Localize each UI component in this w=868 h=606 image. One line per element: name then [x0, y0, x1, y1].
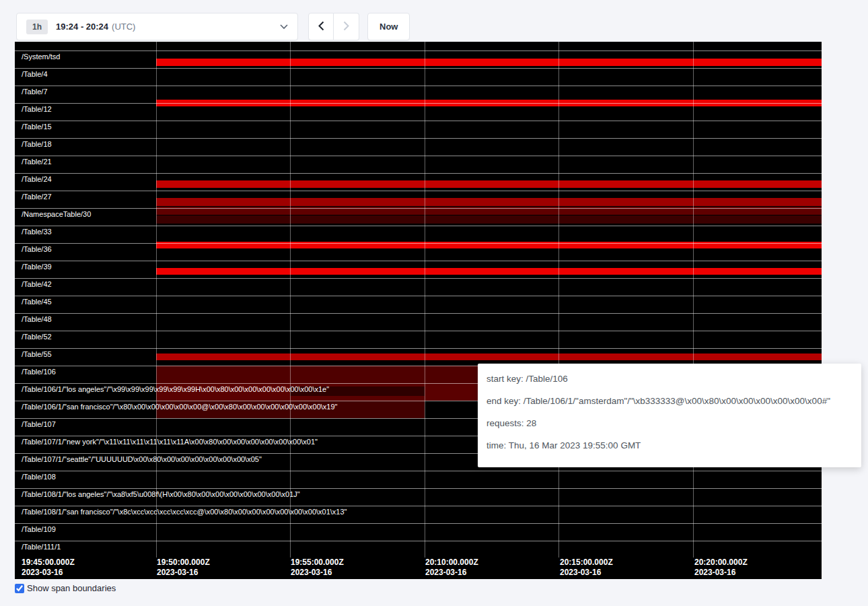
span-boundaries-control: Show span boundaries [15, 583, 116, 593]
row-key-label: /Table/109 [22, 525, 56, 533]
now-button[interactable]: Now [367, 13, 410, 40]
row-key-label: /Table/42 [22, 280, 52, 288]
chevron-down-icon [280, 24, 288, 30]
prev-time-button[interactable] [308, 13, 334, 40]
show-span-boundaries-checkbox[interactable] [15, 584, 24, 593]
row-key-label: /Table/106 [22, 368, 56, 376]
row-key-label: /Table/108/1/"los angeles"/"\xa8\xf5\u00… [22, 490, 300, 498]
time-axis-date: 2023-03-16 [425, 568, 478, 578]
chevron-left-icon [318, 21, 324, 33]
heatmap-band[interactable] [156, 354, 822, 360]
chevron-right-icon [343, 21, 350, 33]
span-boundary-line [15, 191, 822, 191]
time-axis-time: 19:50:00.000Z [157, 558, 210, 568]
row-key-label: /Table/15 [22, 123, 52, 131]
span-boundary-line [15, 243, 822, 244]
time-axis-time: 19:55:00.000Z [291, 558, 344, 568]
span-boundary-line [15, 541, 822, 541]
row-key-label: /Table/45 [22, 298, 52, 306]
time-gridline [156, 42, 157, 558]
span-boundary-line [15, 278, 822, 279]
span-boundary-line [15, 208, 822, 209]
row-key-label: /Table/108 [22, 473, 56, 481]
heatmap-band[interactable] [156, 59, 822, 66]
time-axis-label: 19:50:00.000Z2023-03-16 [157, 558, 210, 578]
time-axis-date: 2023-03-16 [560, 568, 613, 578]
timezone-label: (UTC) [112, 22, 135, 32]
row-key-label: /Table/52 [22, 333, 52, 341]
span-tooltip: start key: /Table/106 end key: /Table/10… [478, 364, 861, 467]
row-key-label: /Table/7 [22, 88, 48, 96]
span-boundary-line [15, 313, 822, 314]
toolbar: 1h 19:24 - 20:24 (UTC) Now [16, 13, 410, 40]
time-axis-time: 20:10:00.000Z [425, 558, 478, 568]
span-boundary-line [15, 103, 822, 104]
row-key-label: /Table/21 [22, 158, 52, 166]
heatmap-band[interactable] [156, 215, 822, 224]
time-axis-label: 20:10:00.000Z2023-03-16 [425, 558, 478, 578]
row-key-label: /Table/55 [22, 350, 52, 358]
time-gridline [558, 42, 559, 558]
time-axis-date: 2023-03-16 [291, 568, 344, 578]
span-boundary-line [15, 261, 822, 261]
heatmap-band[interactable] [156, 180, 822, 188]
next-time-button[interactable] [334, 13, 359, 40]
duration-badge: 1h [26, 20, 48, 34]
span-boundary-line [15, 50, 822, 51]
time-gridline [693, 42, 694, 558]
time-axis-label: 19:45:00.000Z2023-03-16 [22, 558, 75, 578]
row-key-label: /Table/106/1/"los angeles"/"\x99\x99\x99… [22, 385, 329, 393]
row-key-label: /Table/107/1/"new york"/"\x11\x11\x11\x1… [22, 438, 318, 446]
row-key-label: /Table/108/1/"san francisco"/"\x8c\xcc\x… [22, 508, 347, 516]
row-key-label: /Table/4 [22, 70, 48, 78]
time-range-picker[interactable]: 1h 19:24 - 20:24 (UTC) [16, 13, 298, 40]
span-boundary-line [15, 348, 822, 349]
tooltip-requests: requests: 28 [486, 418, 851, 428]
row-key-label: /Table/12 [22, 105, 52, 113]
span-boundary-line [15, 121, 822, 121]
row-key-label: /Table/24 [22, 175, 52, 183]
time-axis-time: 20:15:00.000Z [560, 558, 613, 568]
row-key-label: /Table/33 [22, 228, 52, 236]
heatmap-band[interactable] [156, 198, 822, 206]
keyvis-canvas[interactable]: /System/tsd/Table/4/Table/7/Table/12/Tab… [15, 42, 822, 579]
row-key-label: /Table/107/1/"seattle"/"UUUUUUD\x00\x80\… [22, 455, 262, 463]
row-key-label: /NamespaceTable/30 [22, 210, 91, 218]
time-gridline [425, 42, 425, 558]
span-boundary-line [15, 138, 822, 139]
span-boundary-line [15, 471, 822, 471]
tooltip-start-key: start key: /Table/106 [486, 374, 851, 384]
tooltip-time: time: Thu, 16 Mar 2023 19:55:00 GMT [486, 440, 851, 450]
row-key-label: /Table/48 [22, 315, 52, 323]
span-boundary-line [15, 523, 822, 524]
time-axis-time: 19:45:00.000Z [22, 558, 75, 568]
span-boundary-line [15, 86, 822, 86]
show-span-boundaries-label: Show span boundaries [27, 583, 116, 593]
tooltip-end-key: end key: /Table/106/1/"amsterdam"/"\xb33… [486, 396, 851, 406]
span-boundary-line [15, 506, 822, 506]
span-boundary-line [15, 156, 822, 156]
span-boundary-line [15, 296, 822, 296]
span-boundary-line [15, 226, 822, 226]
span-boundary-line [15, 331, 822, 331]
row-key-label: /Table/39 [22, 263, 52, 271]
span-boundary-line [15, 68, 822, 69]
time-axis-time: 20:20:00.000Z [694, 558, 748, 568]
heatmap-band[interactable] [156, 268, 822, 275]
time-nav-group [308, 13, 359, 40]
time-axis-date: 2023-03-16 [694, 568, 748, 578]
time-axis-label: 20:15:00.000Z2023-03-16 [560, 558, 613, 578]
span-boundary-line [15, 173, 822, 174]
span-boundary-line [15, 488, 822, 489]
row-key-label: /System/tsd [22, 53, 60, 61]
time-gridline [290, 42, 291, 558]
row-key-label: /Table/107 [22, 420, 56, 428]
row-key-label: /Table/106/1/"san francisco"/"\x80\x00\x… [22, 403, 338, 411]
time-axis-label: 19:55:00.000Z2023-03-16 [291, 558, 344, 578]
time-axis-date: 2023-03-16 [157, 568, 210, 578]
row-key-label: /Table/18 [22, 140, 52, 148]
time-axis-date: 2023-03-16 [22, 568, 75, 578]
row-key-label: /Table/111/1 [22, 543, 61, 551]
time-range-label: 19:24 - 20:24 [56, 22, 108, 32]
row-key-label: /Table/36 [22, 245, 52, 253]
